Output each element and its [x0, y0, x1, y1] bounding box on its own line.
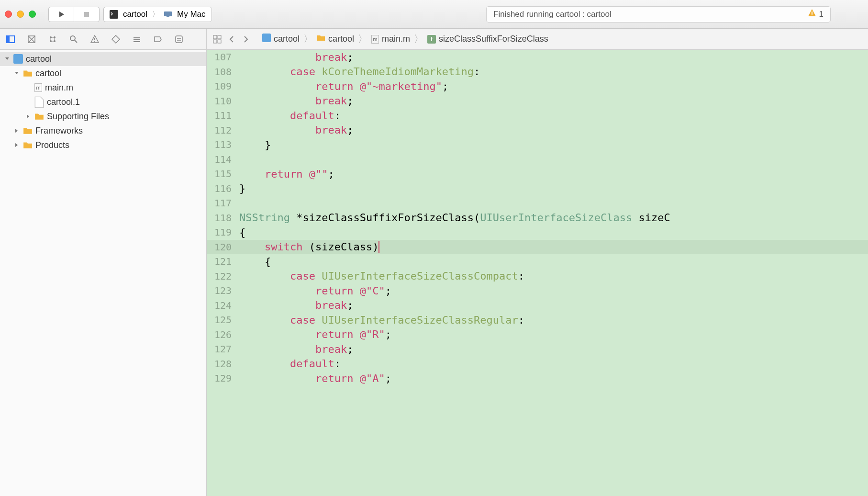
svg-rect-21 — [218, 35, 221, 39]
tree-item-label: Supporting Files — [47, 112, 109, 122]
code-line[interactable]: 127 break; — [207, 342, 868, 357]
project-navigator[interactable]: cartool cartool m main.m — [0, 50, 207, 496]
code-content[interactable]: default: — [236, 358, 341, 370]
code-line[interactable]: 125 case UIUserInterfaceSizeClassRegular… — [207, 313, 868, 327]
code-line[interactable]: 109 return @"~marketing"; — [207, 79, 868, 94]
code-content[interactable]: return @"A"; — [236, 372, 391, 384]
code-line[interactable]: 129 return @"A"; — [207, 371, 868, 386]
folder-icon — [23, 126, 33, 135]
code-content[interactable]: case UIUserInterfaceSizeClassCompact: — [236, 270, 524, 282]
back-button[interactable] — [226, 35, 237, 44]
code-line[interactable]: 114 — [207, 152, 868, 167]
jump-folder[interactable]: cartool — [328, 34, 354, 44]
project-navigator-tab[interactable] — [4, 33, 17, 46]
code-line[interactable]: 120 switch (sizeClass) — [207, 240, 868, 255]
code-content[interactable]: switch (sizeClass) — [236, 241, 379, 253]
line-number: 116 — [207, 183, 236, 194]
svg-rect-16 — [134, 37, 140, 38]
code-line[interactable]: 111 default: — [207, 108, 868, 123]
code-line[interactable]: 115 return @""; — [207, 167, 868, 181]
warnings-badge[interactable]: 1 — [808, 9, 823, 20]
source-control-navigator-tab[interactable] — [25, 33, 38, 46]
svg-rect-22 — [213, 40, 217, 43]
code-line[interactable]: 113 } — [207, 137, 868, 152]
disclosure-triangle-closed[interactable] — [25, 113, 32, 120]
code-line[interactable]: 112 break; — [207, 123, 868, 138]
tree-folder[interactable]: Supporting Files — [0, 109, 206, 124]
code-content[interactable]: return @""; — [236, 168, 334, 180]
related-items-icon[interactable] — [211, 35, 223, 44]
minimize-window-button[interactable] — [17, 11, 24, 18]
zoom-window-button[interactable] — [29, 11, 36, 18]
code-content[interactable]: break; — [236, 299, 353, 311]
scheme-selector[interactable]: cartool 〉 My Mac — [103, 7, 212, 22]
code-line[interactable]: 122 case UIUserInterfaceSizeClassCompact… — [207, 269, 868, 284]
code-content[interactable]: case kCoreThemeIdiomMarketing: — [236, 66, 480, 78]
disclosure-triangle-open[interactable] — [4, 56, 11, 62]
code-line[interactable]: 107 break; — [207, 50, 868, 65]
project-root[interactable]: cartool — [0, 52, 206, 66]
code-line[interactable]: 119{ — [207, 225, 868, 240]
stop-button[interactable] — [74, 7, 99, 22]
forward-button[interactable] — [240, 35, 252, 44]
code-line[interactable]: 118NSString *sizeClassSuffixForSizeClass… — [207, 211, 868, 225]
breakpoint-navigator-tab[interactable] — [151, 33, 165, 46]
close-window-button[interactable] — [5, 11, 12, 18]
code-content[interactable]: { — [236, 256, 271, 268]
line-number: 110 — [207, 95, 236, 107]
symbol-navigator-tab[interactable] — [46, 33, 59, 46]
code-line[interactable]: 108 case kCoreThemeIdiomMarketing: — [207, 65, 868, 79]
activity-status[interactable]: Finished running cartool : cartool 1 — [486, 6, 831, 23]
report-navigator-tab[interactable] — [172, 33, 186, 46]
tree-file[interactable]: m main.m — [0, 80, 206, 95]
disclosure-triangle-closed[interactable] — [13, 127, 20, 134]
jump-bar[interactable]: cartool 〉 cartool 〉 m main.m 〉 f sizeCla… — [207, 29, 868, 49]
code-content[interactable]: } — [236, 182, 245, 194]
tree-folder[interactable]: cartool — [0, 66, 206, 80]
code-content[interactable]: default: — [236, 110, 341, 122]
code-line[interactable]: 128 default: — [207, 357, 868, 372]
code-line[interactable]: 117 — [207, 196, 868, 211]
tree-item-label: Frameworks — [35, 126, 83, 136]
tree-file[interactable]: cartool.1 — [0, 95, 206, 109]
issue-navigator-tab[interactable] — [88, 33, 101, 46]
svg-rect-24 — [262, 34, 271, 42]
code-content[interactable]: break; — [236, 124, 353, 136]
code-content[interactable]: return @"~marketing"; — [236, 80, 448, 92]
code-line[interactable]: 126 return @"R"; — [207, 327, 868, 342]
code-line[interactable]: 121 { — [207, 254, 868, 269]
play-icon — [57, 11, 65, 18]
find-navigator-tab[interactable] — [67, 33, 80, 46]
svg-rect-0 — [84, 12, 89, 17]
svg-rect-14 — [94, 38, 95, 40]
jump-project[interactable]: cartool — [274, 34, 300, 44]
jump-symbol[interactable]: sizeClassSuffixForSizeClass — [439, 34, 548, 44]
disclosure-triangle-open[interactable] — [13, 70, 20, 77]
code-editor[interactable]: 107 break;108 case kCoreThemeIdiomMarket… — [207, 50, 868, 496]
test-navigator-tab[interactable] — [109, 33, 122, 46]
code-content[interactable]: { — [236, 226, 245, 238]
code-content[interactable]: NSString *sizeClassSuffixForSizeClass(UI… — [236, 212, 670, 224]
code-line[interactable]: 123 return @"C"; — [207, 283, 868, 298]
jump-file[interactable]: main.m — [382, 34, 410, 44]
svg-rect-19 — [176, 36, 182, 43]
code-line[interactable]: 124 break; — [207, 298, 868, 313]
code-content[interactable]: break; — [236, 51, 353, 63]
line-number: 126 — [207, 329, 236, 340]
tree-folder[interactable]: Products — [0, 138, 206, 152]
line-number: 124 — [207, 300, 236, 311]
code-content[interactable]: return @"C"; — [236, 285, 391, 297]
code-content[interactable]: return @"R"; — [236, 328, 391, 340]
code-line[interactable]: 110 break; — [207, 94, 868, 109]
line-number: 109 — [207, 80, 236, 92]
run-button[interactable] — [49, 7, 74, 22]
file-tree: cartool cartool m main.m — [0, 50, 206, 154]
code-content[interactable]: break; — [236, 95, 353, 107]
code-line[interactable]: 116} — [207, 181, 868, 196]
tree-folder[interactable]: Frameworks — [0, 124, 206, 138]
code-content[interactable]: } — [236, 139, 271, 151]
code-content[interactable]: case UIUserInterfaceSizeClassRegular: — [236, 314, 524, 326]
code-content[interactable]: break; — [236, 343, 353, 355]
disclosure-triangle-closed[interactable] — [13, 142, 20, 148]
debug-navigator-tab[interactable] — [130, 33, 144, 46]
